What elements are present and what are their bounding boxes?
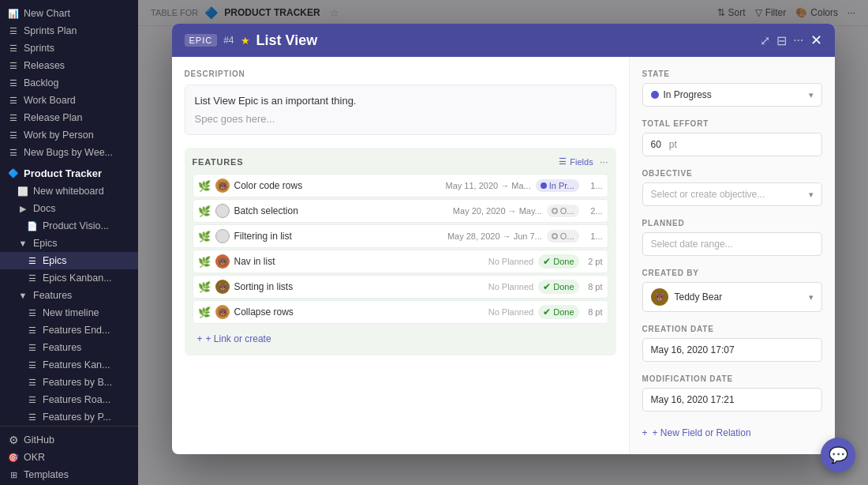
sidebar-item-features-by-p[interactable]: ☰ Features by P...: [0, 408, 138, 426]
objective-field-group: OBJECTIVE Select or create objective... …: [642, 169, 822, 206]
planned-date-input[interactable]: Select date range...: [642, 232, 822, 256]
okr-icon: 🎯: [8, 452, 19, 463]
effort-input[interactable]: 60 pt: [642, 133, 822, 156]
expand-icon: ▼: [17, 238, 28, 249]
avatar: [215, 229, 230, 243]
list-icon: ☰: [8, 130, 19, 141]
sidebar-item-new-chart[interactable]: 📊 New Chart: [0, 5, 138, 22]
feature-row[interactable]: 🌿 🐻 Collapse rows No Planned ✔ Done 8 pt: [193, 300, 608, 324]
sidebar-item-features-end[interactable]: ☰ Features End...: [0, 321, 138, 339]
sidebar: 📊 New Chart ☰ Sprints Plan ☰ Sprints ☰ R…: [0, 0, 138, 485]
main-area: TABLE FOR 🔷 PRODUCT TRACKER ☆ ⇅ Sort ▽ F…: [138, 0, 868, 485]
leaf-icon: 🌿: [198, 231, 211, 242]
date-range: No Planned: [423, 307, 533, 317]
fields-icon: ☰: [559, 156, 567, 167]
modification-date-field-group: MODIFICATION DATE May 16, 2020 17:21: [642, 374, 822, 412]
window-controls: ⤢ ⊟ ··· ✕: [760, 32, 821, 49]
effort-unit: pt: [669, 139, 677, 150]
points: 8 pt: [584, 282, 603, 291]
sidebar-item-release-plan[interactable]: ☰ Release Plan: [0, 109, 138, 126]
sidebar-item-features[interactable]: ☰ Features: [0, 339, 138, 356]
sidebar-item-sprints[interactable]: ☰ Sprints: [0, 39, 138, 57]
sidebar-item-epics-kanban[interactable]: ☰ Epics Kanban...: [0, 269, 138, 287]
state-select[interactable]: In Progress ▾: [642, 83, 822, 107]
status-dot: [541, 182, 547, 189]
sidebar-item-new-bugs[interactable]: ☰ New Bugs by Wee...: [0, 144, 138, 161]
features-title: FEATURES: [193, 157, 244, 167]
feature-row[interactable]: 🌿 Batch selection May 20, 2020 → May... …: [193, 199, 608, 223]
leaf-icon: 🌿: [198, 256, 211, 268]
list-icon: ☰: [27, 325, 38, 336]
date-range: No Planned: [423, 282, 533, 291]
leaf-icon: 🌿: [198, 205, 211, 217]
date-range: May 20, 2020 → May...: [432, 206, 542, 216]
feature-row[interactable]: 🌿 🐻 Color code rows May 11, 2020 → Ma...…: [193, 174, 608, 197]
status-pill: In Pr...: [536, 179, 579, 192]
list-icon: ☰: [8, 60, 19, 71]
points: 2 pt: [584, 257, 603, 266]
creation-date-label: CREATION DATE: [642, 325, 822, 333]
objective-placeholder: Select or create objective...: [651, 189, 765, 200]
created-by-field-group: CREATED BY 🐻 Teddy Bear ▾: [642, 269, 822, 312]
feature-row[interactable]: 🌿 🐻 Sorting in lists No Planned ✔ Done 8…: [193, 275, 608, 299]
sidebar-item-docs[interactable]: ▶ Docs: [0, 200, 138, 217]
effort-field-group: TOTAL EFFORT 60 pt: [642, 119, 822, 156]
state-value: In Progress: [664, 89, 712, 100]
list-icon: ☰: [27, 273, 38, 284]
description-box[interactable]: List View Epic is an important thing. Sp…: [185, 85, 616, 135]
leaf-icon: 🌿: [198, 281, 211, 293]
done-icon: ✔: [543, 281, 551, 292]
link-create-button[interactable]: + + Link or create: [193, 330, 608, 348]
sidebar-item-features-roadmap[interactable]: ☰ Features Roa...: [0, 391, 138, 408]
feature-name: Batch selection: [234, 205, 427, 216]
sidebar-item-okr[interactable]: 🎯 OKR: [0, 449, 138, 466]
close-button[interactable]: ✕: [810, 32, 822, 49]
sidebar-item-features-by-b[interactable]: ☰ Features by B...: [0, 374, 138, 391]
expand-button[interactable]: ⤢: [760, 33, 770, 48]
sidebar-item-features-kanban[interactable]: ☰ Features Kan...: [0, 356, 138, 374]
sidebar-item-work-by-person[interactable]: ☰ Work by Person: [0, 126, 138, 144]
list-icon: ☰: [27, 412, 38, 423]
sidebar-item-backlog[interactable]: ☰ Backlog: [0, 74, 138, 92]
avatar: [215, 204, 230, 218]
sidebar-item-product-vision[interactable]: 📄 Product Visio...: [0, 217, 138, 235]
sidebar-product-tracker[interactable]: 🔷 Product Tracker: [0, 164, 138, 182]
sidebar-item-sprints-plan[interactable]: ☰ Sprints Plan: [0, 22, 138, 39]
plus-icon: +: [197, 333, 203, 344]
avatar: 🐻: [651, 288, 668, 306]
more-options-button[interactable]: ···: [793, 33, 803, 47]
feature-row[interactable]: 🌿 Filtering in list May 28, 2020 → Jun 7…: [193, 224, 608, 248]
split-button[interactable]: ⊟: [776, 33, 787, 48]
list-icon: ☰: [8, 43, 19, 54]
new-field-button[interactable]: + + New Field or Relation: [642, 424, 822, 442]
objective-select[interactable]: Select or create objective... ▾: [642, 182, 822, 206]
list-icon: ☰: [8, 25, 19, 36]
sidebar-item-work-board[interactable]: ☰ Work Board: [0, 92, 138, 109]
modification-date-label: MODIFICATION DATE: [642, 374, 822, 383]
sidebar-item-new-whiteboard[interactable]: ⬜ New whiteboard: [0, 182, 138, 200]
avatar: 🐻: [215, 305, 230, 319]
modification-date-value: May 16, 2020 17:21: [642, 388, 822, 412]
sidebar-item-epics-section[interactable]: ▼ Epics: [0, 235, 138, 252]
sidebar-item-epics[interactable]: ☰ Epics: [0, 252, 138, 269]
points: 1...: [584, 181, 603, 190]
effort-value: 60: [651, 139, 661, 150]
planned-label: PLANNED: [642, 219, 822, 227]
modal: EPIC #4 ★ List View ⤢ ⊟ ··· ✕ DESCRIPTIO…: [172, 24, 835, 454]
objective-label: OBJECTIVE: [642, 169, 822, 178]
whiteboard-icon: ⬜: [17, 186, 28, 197]
sidebar-item-features-section[interactable]: ▼ Features: [0, 287, 138, 304]
list-icon: ☰: [8, 112, 19, 123]
modal-overlay[interactable]: EPIC #4 ★ List View ⤢ ⊟ ··· ✕ DESCRIPTIO…: [138, 0, 868, 485]
sidebar-item-templates[interactable]: ⊞ Templates: [0, 466, 138, 483]
sidebar-item-releases[interactable]: ☰ Releases: [0, 57, 138, 74]
feature-row[interactable]: 🌿 🐻 Nav in list No Planned ✔ Done 2 pt: [193, 250, 608, 273]
features-more-button[interactable]: ···: [600, 156, 608, 167]
chat-bubble-button[interactable]: 💬: [821, 438, 855, 472]
sidebar-item-new-timeline[interactable]: ☰ New timeline: [0, 304, 138, 321]
list-icon: ☰: [27, 377, 38, 388]
fields-button[interactable]: ☰ Fields: [559, 156, 593, 167]
creator-row[interactable]: 🐻 Teddy Bear ▾: [642, 282, 822, 312]
sidebar-item-github[interactable]: ⚙ GitHub: [0, 431, 138, 449]
status-pill: ✔ Done: [538, 280, 578, 294]
